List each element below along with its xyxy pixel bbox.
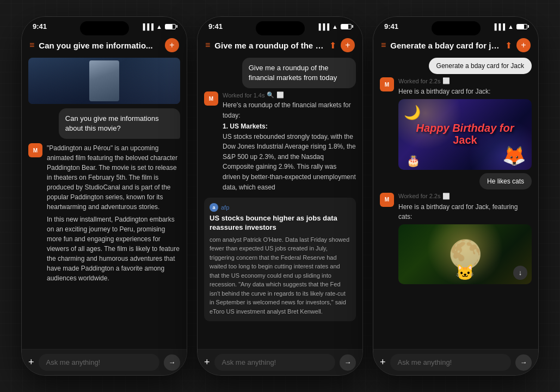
cake-decoration: 🎂 (407, 154, 420, 167)
phone2-status-bar: 9:41 ▐▐▐ ▲ (198, 17, 362, 34)
phone1-content: Can you give me informations about this … (22, 58, 187, 349)
battery-icon (165, 24, 176, 29)
phone2-ai-response: M Worked for 1.4s 🔍 ⬜ Here's a roundup o… (204, 91, 356, 192)
phone2-input-area: + Ask me anything! → (198, 349, 362, 375)
phone2-news-headline: US stocks bounce higher as jobs data rea… (210, 214, 350, 232)
phone1-new-chat-button[interactable]: + (165, 38, 179, 52)
wifi-icon: ▲ (508, 23, 514, 30)
phone2-content: Give me a roundup of the financial marke… (198, 58, 362, 349)
phone3-time: 9:41 (384, 22, 398, 30)
phone1-menu-icon[interactable]: ≡ (29, 40, 34, 50)
phone3-ai-text-2: Here is a birthday card for Jack, featur… (398, 202, 532, 222)
news-source-name: afp (221, 204, 229, 211)
phone1-dynamic-island (80, 21, 129, 35)
phone2-market-text: US stocks rebounded strongly today, with… (223, 132, 356, 193)
phone3-input[interactable]: Ask me anything! (390, 354, 511, 371)
phone3-dynamic-island (432, 21, 481, 35)
phone2-market-heading: 1. US Markets: (223, 122, 356, 130)
phone3-content: Generate a bday card for Jack M Worked f… (373, 58, 538, 349)
phone2-title: Give me a roundup of the fina... (214, 41, 325, 50)
phone2-news-card: a afp US stocks bounce higher as jobs da… (204, 198, 356, 321)
phone2-send-button[interactable]: → (340, 354, 356, 371)
phone2-ai-intro: Here's a roundup of the financial market… (223, 100, 356, 120)
phone2-time: 9:41 (208, 22, 223, 30)
phone2-share-icon[interactable]: ⬆ (329, 40, 336, 51)
bday-card-text: Happy Birthday for Jack (416, 122, 514, 146)
news-source-logo: a (210, 203, 218, 212)
phone1-user-message: Can you give me informations about this … (59, 108, 180, 139)
phone2-worked-for: Worked for 1.4s 🔍 ⬜ (223, 91, 356, 99)
movie-poster (89, 60, 119, 101)
phone1-ai-text-2: In this new installment, Paddington emba… (47, 215, 180, 283)
signal-icon: ▐▐▐ (317, 23, 329, 30)
phone1-input-area: + Ask me anything! → (22, 349, 187, 375)
phone1-status-icons: ▐▐▐ ▲ (141, 23, 176, 30)
signal-icon: ▐▐▐ (141, 23, 153, 30)
wifi-icon: ▲ (156, 23, 162, 30)
phone-1: 9:41 ▐▐▐ ▲ ≡ Can you give me informatio.… (21, 16, 187, 376)
phone1-attach-button[interactable]: + (28, 357, 34, 368)
phone2-news-source: a afp (210, 203, 350, 212)
bday-title: Happy Birthday for (416, 122, 514, 134)
movie-image (28, 58, 180, 104)
phone3-send-button[interactable]: → (515, 354, 532, 371)
phones-container: 9:41 ▐▐▐ ▲ ≡ Can you give me informatio.… (10, 5, 550, 387)
signal-icon: ▐▐▐ (493, 23, 505, 30)
phone2-header: ≡ Give me a roundup of the fina... ⬆ + (198, 34, 362, 58)
battery-icon (516, 24, 527, 29)
phone1-ai-response: M "Paddington au Pérou" is an upcoming a… (28, 143, 180, 283)
cat-figure: 🐱 (456, 264, 475, 281)
phone3-download-button[interactable]: ↓ (513, 266, 527, 280)
phone2-new-chat-button[interactable]: + (341, 38, 355, 52)
phone3-ai-text-1: Here is a birthday card for Jack: (398, 87, 532, 97)
battery-icon (341, 24, 352, 29)
phone1-header: ≡ Can you give me informatio... + (22, 34, 187, 58)
phone2-menu-icon[interactable]: ≡ (205, 40, 210, 50)
phone3-title: Generate a bday card for jack (390, 41, 501, 50)
fox-decoration: 🦊 (502, 145, 526, 167)
phone1-ai-text-1: "Paddington au Pérou" is an upcoming ani… (47, 143, 180, 212)
phone3-menu-icon[interactable]: ≡ (381, 40, 386, 50)
phone2-dynamic-island (256, 21, 305, 35)
phone2-news-body: com analyst Patrick O'Hare. Data last Fr… (210, 235, 350, 316)
phone-3: 9:41 ▐▐▐ ▲ ≡ Generate a bday card for ja… (373, 16, 539, 376)
phone3-attach-button[interactable]: + (380, 357, 386, 368)
bday-subtitle: Jack (416, 134, 514, 146)
phone3-user-message-1: Generate a bday card for Jack (429, 58, 532, 74)
phone3-input-area: + Ask me anything! → (373, 349, 538, 375)
phone3-cat-card: 🌕 🐱 ↓ (398, 224, 532, 284)
phone3-ai-response-1: M Worked for 2.2s ⬜ Here is a birthday c… (380, 77, 532, 170)
phone3-status-icons: ▐▐▐ ▲ (493, 23, 527, 30)
phone1-time: 9:41 (33, 22, 47, 30)
phone1-input[interactable]: Ask me anything! (39, 354, 159, 371)
wifi-icon: ▲ (332, 23, 338, 30)
phone1-status-bar: 9:41 ▐▐▐ ▲ (22, 17, 187, 34)
phone2-ai-avatar: M (204, 91, 218, 106)
phone2-attach-button[interactable]: + (204, 357, 210, 368)
phone3-worked-for-1: Worked for 2.2s ⬜ (398, 77, 532, 84)
phone3-worked-for-2: Worked for 2.2s ⬜ (398, 193, 532, 200)
phone3-bday-card-1: 🌙 Happy Birthday for Jack 🦊 🎂 (398, 99, 532, 170)
phone1-title: Can you give me informatio... (39, 41, 161, 50)
phone-2: 9:41 ▐▐▐ ▲ ≡ Give me a roundup of the fi… (197, 16, 363, 376)
phone3-share-icon[interactable]: ⬆ (505, 40, 512, 51)
phone2-input[interactable]: Ask me anything! (214, 354, 335, 371)
phone3-new-chat-button[interactable]: + (516, 38, 531, 52)
moon-decoration: 🌙 (404, 105, 421, 120)
phone1-send-button[interactable]: → (164, 354, 180, 371)
phone1-ai-avatar: M (28, 143, 42, 157)
phone2-user-message: Give me a roundup of the financial marke… (242, 58, 356, 88)
phone3-header: ≡ Generate a bday card for jack ⬆ + (373, 34, 538, 58)
phone3-ai-avatar-2: M (380, 193, 394, 207)
phone2-status-icons: ▐▐▐ ▲ (317, 23, 352, 30)
phone3-ai-avatar-1: M (380, 77, 394, 91)
phone3-status-bar: 9:41 ▐▐▐ ▲ (373, 17, 538, 34)
phone3-user-message-2: He likes cats (479, 173, 532, 189)
phone3-ai-response-2: M Worked for 2.2s ⬜ Here is a birthday c… (380, 193, 532, 284)
